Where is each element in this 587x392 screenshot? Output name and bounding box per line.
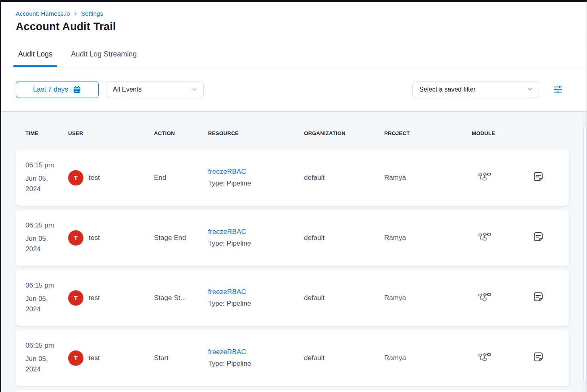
module-cell <box>472 172 521 183</box>
row-organization: default <box>304 294 384 302</box>
table-row[interactable]: 06:15 pm Jun 05, 2024 T test Start freez… <box>16 330 569 386</box>
row-project: Ramya <box>384 234 472 242</box>
table-body: 06:15 pm Jun 05, 2024 T test End freezeR… <box>1 150 587 392</box>
note-icon[interactable] <box>533 171 544 182</box>
saved-filter-placeholder: Select a saved filter <box>419 86 476 93</box>
column-header-action: ACTION <box>154 130 208 150</box>
user-cell: T test <box>68 230 154 246</box>
row-user: test <box>89 234 100 242</box>
audit-trail-page: Account: Harness.io Settings Account Aud… <box>0 0 587 392</box>
saved-filter-select[interactable]: Select a saved filter <box>412 81 539 98</box>
note-icon[interactable] <box>533 291 544 302</box>
row-date: Jun 05, 2024 <box>25 173 55 194</box>
user-cell: T test <box>68 170 154 186</box>
sliders-icon[interactable] <box>551 83 565 96</box>
row-action: End <box>154 174 208 182</box>
resource-link[interactable]: freezeRBAC <box>208 348 246 356</box>
resource-type: Type: Pipeline <box>208 179 304 188</box>
user-avatar: T <box>68 170 83 186</box>
resource-link[interactable]: freezeRBAC <box>208 228 246 236</box>
pipeline-icon <box>478 352 491 361</box>
time-cell: 06:15 pm Jun 05, 2024 <box>25 161 68 194</box>
resource-type: Type: Pipeline <box>208 360 304 368</box>
row-user: test <box>89 174 100 182</box>
column-header-module: MODULE <box>472 130 521 150</box>
breadcrumb-settings-link[interactable]: Settings <box>81 10 103 17</box>
user-cell: T test <box>68 350 154 366</box>
module-cell <box>472 292 521 303</box>
user-avatar: T <box>68 350 83 366</box>
resource-link[interactable]: freezeRBAC <box>208 288 246 296</box>
row-date: Jun 05, 2024 <box>25 294 55 314</box>
row-organization: default <box>304 354 384 362</box>
filter-left-group: Last 7 days All Events <box>16 81 204 98</box>
calendar-icon <box>73 85 81 94</box>
table-header-row: TIME USER ACTION RESOURCE ORGANIZATION P… <box>1 112 587 150</box>
date-range-label: Last 7 days <box>33 85 68 94</box>
date-range-button[interactable]: Last 7 days <box>16 81 99 98</box>
row-project: Ramya <box>384 174 472 182</box>
row-action: Start <box>154 354 208 362</box>
table-row[interactable]: 06:15 pm Jun 05, 2024 T test Stage End f… <box>16 210 569 266</box>
resource-cell: freezeRBAC Type: Pipeline <box>208 288 304 308</box>
row-user: test <box>89 294 100 302</box>
table-row-partial[interactable] <box>16 390 569 392</box>
tab-audit-logs[interactable]: Audit Logs <box>16 41 55 67</box>
column-header-time: TIME <box>25 130 68 150</box>
row-action: Stage St... <box>154 294 208 302</box>
row-project: Ramya <box>384 354 472 362</box>
page-title: Account Audit Trail <box>16 21 572 33</box>
resource-link[interactable]: freezeRBAC <box>208 168 246 176</box>
row-date: Jun 05, 2024 <box>25 234 55 254</box>
time-cell: 06:15 pm Jun 05, 2024 <box>25 342 68 374</box>
chevron-down-icon <box>527 86 533 92</box>
audit-table: TIME USER ACTION RESOURCE ORGANIZATION P… <box>1 112 587 392</box>
row-time: 06:15 pm <box>25 281 68 290</box>
chevron-down-icon <box>192 86 198 92</box>
resource-type: Type: Pipeline <box>208 300 304 308</box>
pipeline-icon <box>478 172 491 181</box>
module-cell <box>472 352 521 363</box>
note-icon[interactable] <box>533 231 544 242</box>
filter-right-group: Select a saved filter <box>412 81 565 98</box>
event-type-select[interactable]: All Events <box>106 81 204 98</box>
resource-type: Type: Pipeline <box>208 240 304 248</box>
pipeline-icon <box>478 232 491 241</box>
column-header-project: PROJECT <box>384 130 472 150</box>
note-icon[interactable] <box>533 351 544 363</box>
breadcrumb: Account: Harness.io Settings <box>16 10 572 17</box>
row-time: 06:15 pm <box>25 221 68 229</box>
chevron-right-icon <box>73 11 78 16</box>
user-avatar: T <box>68 230 83 246</box>
row-date: Jun 05, 2024 <box>25 354 55 374</box>
note-cell <box>521 231 569 244</box>
time-cell: 06:15 pm Jun 05, 2024 <box>25 221 68 254</box>
event-type-value: All Events <box>113 86 142 93</box>
scrollbar-thumb[interactable] <box>583 126 587 381</box>
row-organization: default <box>304 174 384 182</box>
column-header-resource: RESOURCE <box>208 130 304 150</box>
resource-cell: freezeRBAC Type: Pipeline <box>208 168 304 188</box>
row-organization: default <box>304 234 384 242</box>
row-action: Stage End <box>154 234 208 242</box>
scrollbar-track[interactable] <box>583 112 587 392</box>
pipeline-icon <box>478 292 491 301</box>
table-row[interactable]: 06:15 pm Jun 05, 2024 T test End freezeR… <box>16 150 569 206</box>
row-time: 06:15 pm <box>25 161 68 169</box>
row-user: test <box>89 354 100 362</box>
breadcrumb-account-link[interactable]: Account: Harness.io <box>16 10 70 17</box>
note-cell <box>521 351 569 365</box>
user-avatar: T <box>68 290 83 306</box>
resource-cell: freezeRBAC Type: Pipeline <box>208 348 304 368</box>
tab-audit-log-streaming[interactable]: Audit Log Streaming <box>69 41 139 67</box>
note-cell <box>521 171 569 184</box>
row-time: 06:15 pm <box>25 342 68 350</box>
table-row[interactable]: 06:15 pm Jun 05, 2024 T test Stage St...… <box>16 270 569 326</box>
filter-bar: Last 7 days All Events <box>1 67 587 112</box>
resource-cell: freezeRBAC Type: Pipeline <box>208 228 304 248</box>
row-project: Ramya <box>384 294 472 302</box>
tab-bar: Audit Logs Audit Log Streaming <box>1 41 587 67</box>
page-header: Account: Harness.io Settings Account Aud… <box>1 2 587 41</box>
module-cell <box>472 232 521 243</box>
user-cell: T test <box>68 290 154 306</box>
